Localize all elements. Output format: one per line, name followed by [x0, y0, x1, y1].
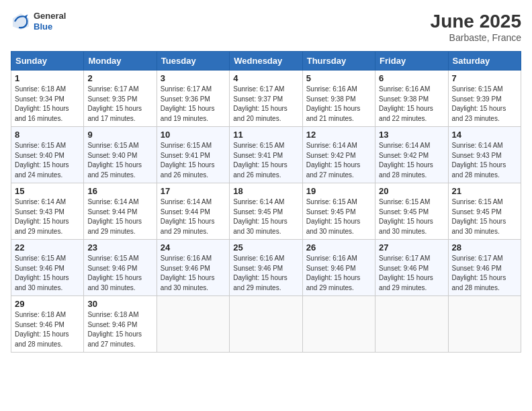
day-number: 29 — [15, 299, 80, 309]
page-header: General Blue June 2025 Barbaste, France — [11, 11, 521, 43]
day-info: Sunrise: 6:14 AMSunset: 9:44 PMDaylight:… — [161, 197, 226, 236]
day-info: Sunrise: 6:15 AMSunset: 9:45 PMDaylight:… — [306, 197, 371, 236]
calendar-cell: 28Sunrise: 6:17 AMSunset: 9:46 PMDayligh… — [448, 240, 521, 296]
day-info: Sunrise: 6:17 AMSunset: 9:46 PMDaylight:… — [452, 254, 517, 293]
calendar-cell: 6Sunrise: 6:16 AMSunset: 9:38 PMDaylight… — [375, 71, 448, 127]
calendar-cell: 8Sunrise: 6:15 AMSunset: 9:40 PMDaylight… — [11, 127, 84, 183]
day-info: Sunrise: 6:18 AMSunset: 9:46 PMDaylight:… — [87, 310, 152, 349]
day-number: 15 — [15, 186, 80, 196]
calendar-cell: 12Sunrise: 6:14 AMSunset: 9:42 PMDayligh… — [302, 127, 375, 183]
calendar-cell: 10Sunrise: 6:15 AMSunset: 9:41 PMDayligh… — [157, 127, 229, 183]
calendar-cell: 30Sunrise: 6:18 AMSunset: 9:46 PMDayligh… — [84, 296, 157, 353]
calendar-cell: 14Sunrise: 6:14 AMSunset: 9:43 PMDayligh… — [448, 127, 521, 183]
location: Barbaste, France — [431, 32, 521, 43]
day-number: 2 — [87, 73, 152, 83]
logo-icon — [11, 11, 31, 32]
day-info: Sunrise: 6:16 AMSunset: 9:46 PMDaylight:… — [233, 254, 298, 293]
day-number: 1 — [15, 73, 80, 83]
calendar-cell — [302, 296, 375, 353]
day-info: Sunrise: 6:17 AMSunset: 9:36 PMDaylight:… — [161, 85, 226, 124]
logo-general: General — [34, 11, 66, 21]
calendar-cell: 21Sunrise: 6:15 AMSunset: 9:45 PMDayligh… — [448, 183, 521, 240]
calendar-cell: 20Sunrise: 6:15 AMSunset: 9:45 PMDayligh… — [375, 183, 448, 240]
day-number: 18 — [233, 186, 298, 196]
day-number: 24 — [161, 242, 226, 253]
calendar-cell: 29Sunrise: 6:18 AMSunset: 9:46 PMDayligh… — [11, 296, 84, 353]
calendar-cell — [375, 296, 448, 353]
calendar-week-3: 15Sunrise: 6:14 AMSunset: 9:43 PMDayligh… — [11, 183, 521, 240]
calendar-cell — [230, 296, 302, 353]
calendar-cell: 13Sunrise: 6:14 AMSunset: 9:42 PMDayligh… — [375, 127, 448, 183]
day-number: 3 — [161, 73, 226, 83]
calendar-cell — [448, 296, 521, 353]
calendar-cell: 16Sunrise: 6:14 AMSunset: 9:44 PMDayligh… — [84, 183, 157, 240]
day-info: Sunrise: 6:18 AMSunset: 9:34 PMDaylight:… — [15, 85, 80, 124]
logo: General Blue — [11, 11, 66, 32]
day-number: 25 — [233, 242, 298, 253]
calendar-header-row: SundayMondayTuesdayWednesdayThursdayFrid… — [11, 52, 521, 71]
day-number: 28 — [452, 242, 517, 253]
day-info: Sunrise: 6:17 AMSunset: 9:35 PMDaylight:… — [87, 85, 152, 124]
calendar-cell: 3Sunrise: 6:17 AMSunset: 9:36 PMDaylight… — [157, 71, 229, 127]
calendar-cell: 11Sunrise: 6:15 AMSunset: 9:41 PMDayligh… — [230, 127, 302, 183]
column-header-sunday: Sunday — [11, 52, 84, 71]
calendar-week-5: 29Sunrise: 6:18 AMSunset: 9:46 PMDayligh… — [11, 296, 521, 353]
day-info: Sunrise: 6:15 AMSunset: 9:46 PMDaylight:… — [15, 254, 80, 293]
day-number: 27 — [379, 242, 444, 253]
calendar-week-2: 8Sunrise: 6:15 AMSunset: 9:40 PMDaylight… — [11, 127, 521, 183]
day-number: 9 — [87, 130, 152, 140]
calendar-cell: 19Sunrise: 6:15 AMSunset: 9:45 PMDayligh… — [302, 183, 375, 240]
day-info: Sunrise: 6:15 AMSunset: 9:41 PMDaylight:… — [233, 141, 298, 180]
day-number: 5 — [306, 73, 371, 83]
calendar-cell: 22Sunrise: 6:15 AMSunset: 9:46 PMDayligh… — [11, 240, 84, 296]
column-header-friday: Friday — [375, 52, 448, 71]
calendar-cell: 2Sunrise: 6:17 AMSunset: 9:35 PMDaylight… — [84, 71, 157, 127]
day-info: Sunrise: 6:15 AMSunset: 9:45 PMDaylight:… — [379, 197, 444, 236]
calendar-cell: 24Sunrise: 6:16 AMSunset: 9:46 PMDayligh… — [157, 240, 229, 296]
day-info: Sunrise: 6:17 AMSunset: 9:46 PMDaylight:… — [379, 254, 444, 293]
day-number: 11 — [233, 130, 298, 140]
day-info: Sunrise: 6:14 AMSunset: 9:42 PMDaylight:… — [306, 141, 371, 180]
column-header-saturday: Saturday — [448, 52, 521, 71]
day-info: Sunrise: 6:15 AMSunset: 9:40 PMDaylight:… — [87, 141, 152, 180]
calendar-table: SundayMondayTuesdayWednesdayThursdayFrid… — [11, 51, 521, 353]
calendar-cell: 27Sunrise: 6:17 AMSunset: 9:46 PMDayligh… — [375, 240, 448, 296]
day-info: Sunrise: 6:14 AMSunset: 9:45 PMDaylight:… — [233, 197, 298, 236]
day-number: 4 — [233, 73, 298, 83]
day-number: 21 — [452, 186, 517, 196]
calendar-cell: 7Sunrise: 6:15 AMSunset: 9:39 PMDaylight… — [448, 71, 521, 127]
day-info: Sunrise: 6:14 AMSunset: 9:44 PMDaylight:… — [87, 197, 152, 236]
day-info: Sunrise: 6:15 AMSunset: 9:41 PMDaylight:… — [161, 141, 226, 180]
day-number: 7 — [452, 73, 517, 83]
day-info: Sunrise: 6:17 AMSunset: 9:37 PMDaylight:… — [233, 85, 298, 124]
day-info: Sunrise: 6:15 AMSunset: 9:39 PMDaylight:… — [452, 85, 517, 124]
calendar-cell: 17Sunrise: 6:14 AMSunset: 9:44 PMDayligh… — [157, 183, 229, 240]
day-number: 14 — [452, 130, 517, 140]
day-info: Sunrise: 6:15 AMSunset: 9:40 PMDaylight:… — [15, 141, 80, 180]
month-title: June 2025 — [431, 11, 521, 32]
day-number: 30 — [87, 299, 152, 309]
day-info: Sunrise: 6:14 AMSunset: 9:43 PMDaylight:… — [15, 197, 80, 236]
day-info: Sunrise: 6:14 AMSunset: 9:42 PMDaylight:… — [379, 141, 444, 180]
day-number: 20 — [379, 186, 444, 196]
day-number: 8 — [15, 130, 80, 140]
calendar-cell: 25Sunrise: 6:16 AMSunset: 9:46 PMDayligh… — [230, 240, 302, 296]
calendar-cell: 5Sunrise: 6:16 AMSunset: 9:38 PMDaylight… — [302, 71, 375, 127]
calendar-week-4: 22Sunrise: 6:15 AMSunset: 9:46 PMDayligh… — [11, 240, 521, 296]
day-info: Sunrise: 6:16 AMSunset: 9:38 PMDaylight:… — [379, 85, 444, 124]
calendar-cell: 26Sunrise: 6:16 AMSunset: 9:46 PMDayligh… — [302, 240, 375, 296]
column-header-monday: Monday — [84, 52, 157, 71]
title-area: June 2025 Barbaste, France — [431, 11, 521, 43]
day-info: Sunrise: 6:16 AMSunset: 9:38 PMDaylight:… — [306, 85, 371, 124]
day-info: Sunrise: 6:14 AMSunset: 9:43 PMDaylight:… — [452, 141, 517, 180]
day-info: Sunrise: 6:15 AMSunset: 9:46 PMDaylight:… — [87, 254, 152, 293]
day-info: Sunrise: 6:16 AMSunset: 9:46 PMDaylight:… — [306, 254, 371, 293]
calendar-cell: 4Sunrise: 6:17 AMSunset: 9:37 PMDaylight… — [230, 71, 302, 127]
calendar-cell: 18Sunrise: 6:14 AMSunset: 9:45 PMDayligh… — [230, 183, 302, 240]
calendar-cell — [157, 296, 229, 353]
column-header-tuesday: Tuesday — [157, 52, 229, 71]
day-info: Sunrise: 6:18 AMSunset: 9:46 PMDaylight:… — [15, 310, 80, 349]
day-number: 23 — [87, 242, 152, 253]
day-number: 12 — [306, 130, 371, 140]
calendar-cell: 23Sunrise: 6:15 AMSunset: 9:46 PMDayligh… — [84, 240, 157, 296]
